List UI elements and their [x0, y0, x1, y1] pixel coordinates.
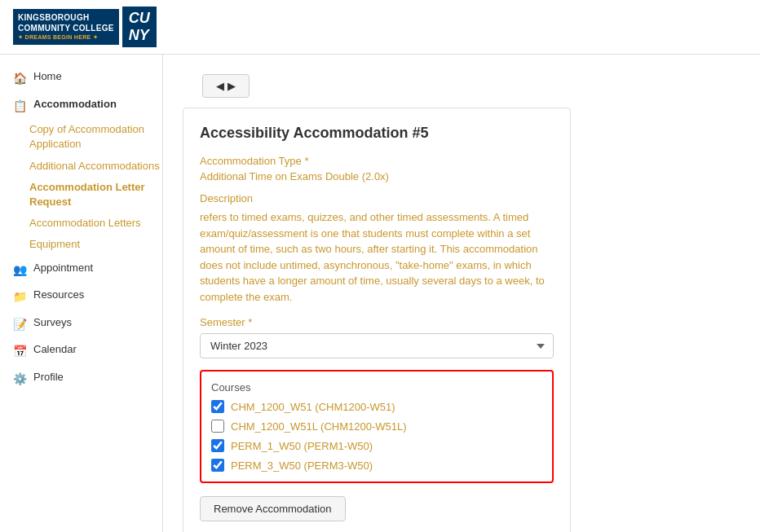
sidebar-item-label: Appointment — [33, 261, 93, 275]
logo-kbc: KINGSBOROUGHCOMMUNITY COLLEGE ✦ DREAMS B… — [13, 9, 119, 44]
resources-icon: 📁 — [13, 289, 27, 306]
card-title: Accessibility Accommodation #5 — [200, 125, 554, 142]
description-label: Description — [200, 192, 554, 204]
course-checkbox-perm3w50[interactable] — [211, 459, 224, 472]
sidebar-subitem-equipment[interactable]: Equipment — [29, 234, 162, 255]
sidebar-subitems: Copy of Accommodation Application Additi… — [0, 119, 162, 255]
sidebar-item-label: Resources — [33, 288, 84, 302]
course-label: CHM_1200_W51 (CHM1200-W51) — [231, 401, 395, 413]
courses-box: Courses CHM_1200_W51 (CHM1200-W51) CHM_1… — [200, 370, 554, 483]
home-icon: 🏠 — [13, 71, 27, 87]
top-nav-area: ◀ ▶ — [183, 68, 613, 108]
semester-label: Semester * — [200, 316, 554, 328]
course-checkbox-chm1200w51[interactable] — [211, 400, 224, 413]
sidebar: 🏠 Home 📋 Accommodation Copy of Accommoda… — [0, 55, 163, 532]
top-bar: KINGSBOROUGHCOMMUNITY COLLEGE ✦ DREAMS B… — [0, 0, 760, 55]
content-area: Accessibility Accommodation #5 Accommoda… — [183, 108, 590, 532]
logo-cuny: CUNY — [122, 7, 157, 47]
sidebar-item-profile[interactable]: ⚙️ Profile — [0, 365, 162, 393]
course-item: CHM_1200_W51 (CHM1200-W51) — [211, 400, 542, 413]
course-checkbox-perm1w50[interactable] — [211, 439, 224, 452]
college-name: KINGSBOROUGHCOMMUNITY COLLEGE — [18, 12, 114, 33]
sidebar-item-label: Surveys — [33, 315, 72, 330]
accommodation-icon: 📋 — [13, 99, 27, 115]
calendar-icon: 📅 — [13, 344, 27, 360]
sidebar-item-calendar[interactable]: 📅 Calendar — [0, 337, 162, 365]
accommodation-type-value: Additional Time on Exams Double (2.0x) — [200, 170, 554, 182]
sidebar-item-label: Calendar — [33, 342, 77, 357]
main-layout: 🏠 Home 📋 Accommodation Copy of Accommoda… — [0, 55, 760, 532]
course-item: PERM_1_W50 (PERM1-W50) — [211, 439, 542, 452]
tagline: ✦ DREAMS BEGIN HERE ✦ — [18, 33, 114, 41]
accommodation-type-label: Accommodation Type * — [200, 155, 554, 167]
course-item: CHM_1200_W51L (CHM1200-W51L) — [211, 420, 542, 433]
description-text: refers to timed exams, quizzes, and othe… — [200, 209, 554, 305]
sidebar-subitem-copy[interactable]: Copy of Accommodation Application — [29, 119, 162, 155]
pagination-button[interactable]: ◀ ▶ — [202, 74, 250, 98]
appointment-icon: 👥 — [13, 262, 27, 279]
course-label: PERM_3_W50 (PERM3-W50) — [231, 459, 373, 472]
courses-label: Courses — [211, 381, 542, 394]
sidebar-item-accommodation[interactable]: 📋 Accommodation — [0, 92, 162, 120]
sidebar-item-label: Home — [33, 69, 62, 84]
sidebar-subitem-letters[interactable]: Accommodation Letters — [29, 213, 162, 234]
surveys-icon: 📝 — [13, 317, 27, 333]
sidebar-item-home[interactable]: 🏠 Home — [0, 64, 162, 92]
sidebar-item-label: Accommodation — [33, 97, 117, 112]
sidebar-item-resources[interactable]: 📁 Resources — [0, 283, 162, 310]
course-label: CHM_1200_W51L (CHM1200-W51L) — [231, 420, 407, 433]
course-label: PERM_1_W50 (PERM1-W50) — [231, 440, 373, 452]
semester-select[interactable]: Winter 2023 Spring 2023 Fall 2022 — [200, 333, 554, 358]
logo-area: KINGSBOROUGHCOMMUNITY COLLEGE ✦ DREAMS B… — [13, 7, 157, 47]
profile-icon: ⚙️ — [13, 372, 27, 388]
sidebar-subitem-letter-request[interactable]: Accommodation Letter Request — [29, 177, 162, 213]
accommodation-card: Accessibility Accommodation #5 Accommoda… — [183, 108, 571, 532]
course-item: PERM_3_W50 (PERM3-W50) — [211, 459, 542, 472]
sidebar-subitem-additional[interactable]: Additional Accommodations — [29, 156, 162, 177]
main-content: ◀ ▶ Accessibility Accommodation #5 Accom… — [163, 55, 760, 532]
sidebar-item-surveys[interactable]: 📝 Surveys — [0, 310, 162, 338]
remove-accommodation-button[interactable]: Remove Accommodation — [200, 496, 346, 521]
sidebar-item-label: Profile — [33, 370, 64, 385]
sidebar-item-appointment[interactable]: 👥 Appointment — [0, 256, 162, 284]
course-checkbox-chm1200w51l[interactable] — [211, 420, 224, 433]
